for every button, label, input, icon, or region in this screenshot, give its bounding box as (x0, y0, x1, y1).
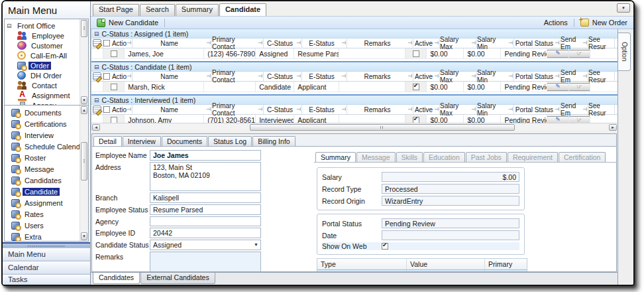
tree1-scrollbar[interactable]: ▼ (80, 19, 88, 105)
accordion-calendar[interactable]: Calendar (3, 261, 90, 274)
pin-icon[interactable]: ⊣ (434, 73, 439, 79)
scrollbar-track[interactable] (101, 124, 608, 131)
grid-horizontal-scrollbar[interactable]: ◄ ► (91, 123, 617, 131)
tab-start-page[interactable]: Start Page (93, 4, 139, 16)
pin-icon[interactable]: ⊣ (434, 40, 439, 46)
pin-icon[interactable]: ⊣ (471, 40, 476, 46)
column-header-c-status[interactable]: C-Status⊣ (264, 72, 302, 81)
pin-icon[interactable]: ⊣ (407, 106, 412, 112)
see-resume-button[interactable]: ☞ (569, 116, 590, 123)
column-header-remarks[interactable]: Remarks⊣ (347, 38, 413, 48)
tab-skills[interactable]: Skills (396, 152, 423, 162)
pin-icon[interactable]: ⊣ (258, 73, 262, 79)
collapse-icon[interactable]: ⊟ (94, 97, 99, 104)
option-flyout-tab[interactable]: Option (618, 33, 631, 71)
column-header-portal-status[interactable]: Portal Status⊣ (514, 72, 561, 81)
tree-item-message[interactable]: Message (5, 163, 80, 175)
column-header-remarks[interactable]: Remarks⊣ (347, 72, 413, 81)
new-candidate-button[interactable]: New Candidate (95, 18, 160, 28)
pin-icon[interactable]: ⊣ (127, 106, 131, 112)
column-header-active[interactable]: Active⊣ (413, 38, 440, 48)
tree-item-assignment2[interactable]: Assignment (5, 197, 80, 208)
tab-search[interactable]: Search (140, 4, 175, 16)
pin-icon[interactable]: ⊣ (471, 73, 476, 79)
scroll-down-button[interactable]: ▼ (81, 232, 87, 240)
tab-past-jobs[interactable]: Past Jobs (466, 152, 507, 162)
column-header-type[interactable]: Type (317, 259, 407, 270)
active-checkbox[interactable] (413, 84, 419, 90)
tab-education[interactable]: Education (423, 152, 465, 162)
group-header-assigned[interactable]: ⊟ C-Status : Assigned (1 item) (91, 29, 617, 38)
pin-icon[interactable]: ⊣ (555, 73, 559, 79)
column-header-see-resume[interactable]: See Resur (588, 105, 615, 114)
scroll-left-button[interactable]: ◄ (92, 124, 100, 131)
row-selector-header[interactable] (91, 105, 103, 114)
column-header-send-email[interactable]: Send Em⊣ (561, 72, 588, 81)
candidate-status-select[interactable]: Assigned ▼ (150, 240, 261, 250)
column-header-value[interactable]: Value (407, 259, 485, 270)
pin-icon[interactable]: ⊣ (508, 40, 513, 46)
branch-field[interactable]: Kalispell (150, 192, 261, 203)
tree-node-front-office[interactable]: ⊟ Front Office (5, 21, 80, 31)
pin-icon[interactable]: ⊣ (258, 106, 262, 112)
pin-icon[interactable]: ⊣ (127, 40, 131, 46)
column-header-c-status[interactable]: C-Status⊣ (264, 38, 302, 48)
record-origin-field[interactable]: WizardEntry (382, 196, 519, 206)
tab-certification[interactable]: Certification (559, 152, 606, 162)
select-all-checkbox[interactable] (103, 106, 110, 113)
tab-external-candidates[interactable]: External Candidates (140, 273, 215, 284)
pin-icon[interactable]: ⊣ (341, 106, 346, 112)
pin-icon[interactable]: ⊣ (434, 106, 439, 112)
address-field[interactable]: 123, Main St Boston, MA 02109 (150, 162, 261, 191)
tree-item-contact[interactable]: Contact (5, 80, 80, 90)
tree-item-agency[interactable]: Agency (5, 100, 80, 105)
group-header-candidate[interactable]: ⊟ C-Status : Candidate (1 item) (91, 62, 617, 72)
pin-icon[interactable]: ⊣ (407, 73, 412, 79)
send-email-button[interactable]: ✎ (547, 50, 568, 58)
scrollbar-thumb[interactable] (250, 124, 515, 131)
new-order-button[interactable]: New Order (578, 18, 629, 27)
column-header-salary-min[interactable]: Salary Min⊣ (477, 72, 514, 81)
collapse-icon[interactable]: ⊟ (7, 23, 13, 29)
tree-item-users[interactable]: Users (5, 220, 80, 231)
tab-detail[interactable]: Detail (93, 136, 122, 146)
tab-message[interactable]: Message (356, 152, 396, 162)
pin-icon[interactable]: ⊣ (341, 73, 346, 79)
column-header-primary-contact[interactable]: Primary Contact⊣ (212, 72, 264, 81)
tree-item-extra[interactable]: Extra (5, 231, 80, 241)
column-header-name[interactable]: Name⊣ (133, 105, 212, 114)
portal-status-field[interactable]: Pending Review (382, 218, 519, 228)
column-header-see-resume[interactable]: See Resur (588, 38, 615, 48)
send-email-button[interactable]: ✎ (547, 116, 568, 123)
column-header-active[interactable]: Active⊣ (413, 72, 440, 81)
employee-name-field[interactable]: Joe James (150, 150, 261, 161)
tab-list-dropdown-button[interactable]: ▼ (617, 3, 630, 13)
tree-item-candidate[interactable]: Candidate (5, 186, 80, 197)
column-header-name[interactable]: Name⊣ (133, 38, 212, 48)
tree2-scrollbar[interactable]: ▲ ▼ (80, 106, 88, 241)
tab-interview[interactable]: Interview (123, 136, 161, 146)
pin-icon[interactable]: ⊣ (296, 40, 301, 46)
tab-candidate[interactable]: Candidate (219, 3, 266, 16)
tree-item-certifications[interactable]: Certifications (5, 118, 80, 129)
collapse-icon[interactable]: ⊟ (94, 31, 99, 37)
collapse-icon[interactable]: ⊟ (94, 64, 99, 70)
pin-icon[interactable]: ⊣ (206, 73, 211, 79)
column-header-remarks[interactable]: Remarks⊣ (347, 105, 413, 114)
pin-icon[interactable]: ⊣ (471, 106, 476, 112)
row-checkbox[interactable] (111, 84, 117, 90)
column-header-e-status[interactable]: E-Status⊣ (302, 105, 347, 114)
actions-button[interactable]: Actions (542, 18, 570, 27)
select-all-checkbox[interactable] (103, 73, 110, 80)
select-all-checkbox[interactable] (103, 40, 110, 46)
record-type-field[interactable]: Processed (382, 184, 519, 194)
tree-item-interview[interactable]: Interview (5, 129, 80, 141)
contact-row-email[interactable]: Email joe@nomail.com (317, 270, 527, 271)
accordion-main-menu[interactable]: Main Menu (3, 248, 90, 261)
scroll-down-button[interactable]: ▼ (81, 96, 87, 104)
remarks-field[interactable] (150, 252, 261, 271)
column-header-portal-status[interactable]: Portal Status⊣ (514, 105, 561, 114)
group-header-interviewed[interactable]: ⊟ C-Status : Interviewed (1 item) (91, 96, 617, 105)
column-header-e-status[interactable]: E-Status⊣ (302, 72, 347, 81)
pin-icon[interactable]: ⊣ (582, 40, 587, 46)
